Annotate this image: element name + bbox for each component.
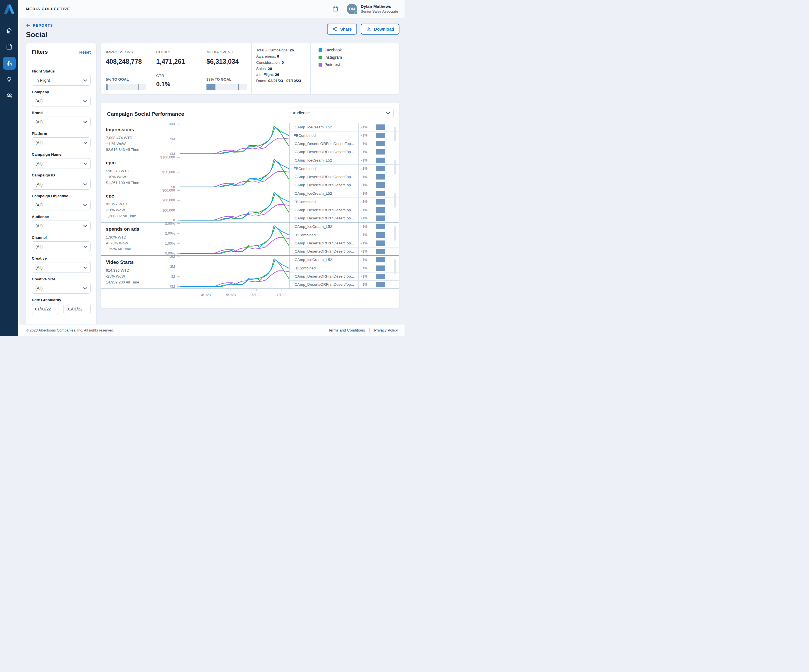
campaign-row[interactable]: FBCombined-1% [290, 198, 399, 206]
campaign-row[interactable]: ICAmp_DesertsORFrznDesertTop...-1% [290, 281, 399, 289]
campaign-row[interactable]: ICAmp_IceCream_L52-1% [290, 123, 399, 131]
app-logo [0, 0, 18, 18]
filter-select-channel[interactable]: (All) [32, 241, 91, 252]
download-button[interactable]: Download [361, 24, 399, 35]
campaign-row[interactable]: FBCombined-1% [290, 131, 399, 139]
campaign-row[interactable]: ICAmp_DesertsORFrznDesertTop...-1% [290, 206, 399, 214]
campaign-row[interactable]: ICAmp_DesertsORFrznDesertTop...-1% [290, 239, 399, 247]
list-scrollbar-thumb[interactable] [394, 259, 396, 274]
campaign-bar [376, 141, 385, 146]
campaign-row[interactable]: ICAmp_DesertsORFrznDesertTop...-1% [290, 148, 399, 156]
avatar[interactable]: DM [347, 3, 358, 14]
campaign-bar-cell [376, 174, 387, 180]
online-status-dot [354, 12, 358, 15]
metric-title: cpc [106, 193, 161, 199]
filter-field-brand: Brand(All) [32, 111, 91, 127]
sidebar-item-home[interactable] [3, 24, 16, 37]
list-scrollbar-thumb[interactable] [394, 127, 396, 141]
terms-link[interactable]: Terms and Conditions [328, 328, 365, 333]
campaign-bar-cell [376, 282, 387, 287]
sidebar-item-insights[interactable] [3, 73, 16, 86]
ctr-label: CTR [156, 74, 196, 78]
filter-select-campaign-objective[interactable]: (All) [32, 200, 91, 210]
filters-reset-link[interactable]: Reset [79, 50, 91, 54]
tick-mark [231, 289, 231, 291]
filter-field-creative-size: Creative Size(All) [32, 277, 91, 294]
campaign-bar [376, 174, 385, 180]
y-tick-text: 1.00% [165, 242, 175, 245]
campaign-row[interactable]: ICAmp_DesertsORFrznDesertTop...-1% [290, 173, 399, 181]
campaign-bar [376, 240, 385, 246]
campaign-row[interactable]: ICAmp_DesertsORFrznDesertTop...-1% [290, 139, 399, 148]
chevron-down-icon [84, 120, 87, 124]
tick-mark [257, 289, 257, 291]
campaign-name: ICAmp_DesertsORFrznDesertTop... [290, 208, 358, 212]
date-to-input[interactable] [63, 304, 91, 314]
list-scrollbar-thumb[interactable] [394, 226, 396, 241]
goal-progress-bar [106, 84, 146, 90]
tick-mark [177, 124, 180, 124]
campaign-name: ICAmp_DesertsORFrznDesertTop... [290, 141, 358, 146]
calendar-icon [332, 6, 339, 12]
campaign-row[interactable]: ICAmp_DesertsORFrznDesertTop...-1% [290, 272, 399, 281]
share-button[interactable]: Share [327, 24, 358, 35]
campaign-row[interactable]: ICAmp_DesertsORFrznDesertTop...-1% [290, 214, 399, 222]
filter-select-company[interactable]: (All) [32, 96, 91, 106]
campaign-bar [376, 224, 385, 229]
filter-select-campaign-id[interactable]: (All) [32, 179, 91, 190]
campaign-row[interactable]: ICAmp_IceCream_L52-1% [290, 189, 399, 198]
filter-select-creative-size[interactable]: (All) [32, 283, 91, 294]
sidebar-item-calendar[interactable] [3, 40, 16, 54]
campaign-name: ICAmp_IceCream_L52 [290, 125, 358, 129]
campaign-bar [376, 232, 385, 238]
sidebar-item-reports[interactable] [3, 57, 16, 70]
sidebar-item-audience[interactable] [3, 89, 16, 102]
campaign-change-value: -1% [358, 281, 376, 289]
filter-select-platform[interactable]: (All) [32, 138, 91, 148]
campaign-bar [376, 249, 385, 254]
y-tick-text: 3M [170, 255, 175, 259]
filter-select-flight-status[interactable]: In Flight [32, 75, 91, 86]
campaign-row[interactable]: ICAmp_IceCream_L52-1% [290, 222, 399, 231]
performance-card: Campaign Social Performance Audience Imp… [101, 102, 399, 308]
plot-area-impressions [180, 123, 289, 156]
date-from-input[interactable] [32, 304, 59, 314]
list-scrollbar-thumb[interactable] [394, 160, 396, 175]
audience-select[interactable]: Audience [289, 108, 394, 118]
filter-select-brand[interactable]: (All) [32, 117, 91, 127]
kpi-media-spend: MEDIA SPEND $6,313,034 38% TO GOAL [201, 43, 252, 94]
campaign-bar-cell [376, 166, 387, 171]
privacy-link[interactable]: Privacy Policy [374, 328, 398, 333]
stat-line: # In Flight: 26 [256, 72, 307, 78]
list-scrollbar-thumb[interactable] [394, 193, 396, 208]
stat-line: Dates: 03/01/23 - 07/10/23 [256, 78, 307, 84]
campaign-bar [376, 257, 385, 262]
filter-field-date-granularity: Date Granularity [32, 298, 91, 314]
campaign-list-cpc: ICAmp_IceCream_L52-1%FBCombined-1%ICAmp_… [289, 189, 399, 222]
topbar-calendar-button[interactable] [332, 6, 339, 12]
campaign-change-value: -1% [358, 173, 376, 181]
campaign-row[interactable]: FBCombined-1% [290, 231, 399, 239]
stat-value: 26 [290, 48, 294, 52]
campaign-row[interactable]: ICAmp_DesertsORFrznDesertTop...-1% [290, 181, 399, 189]
campaign-change-value: -1% [358, 148, 376, 156]
campaign-name: ICAmp_IceCream_L52 [290, 258, 358, 262]
stat-value: 03/01/23 - 07/10/23 [268, 79, 301, 83]
y-tick-text: 0M [170, 285, 175, 289]
legend-item-pinterest: Pinterest [319, 62, 396, 67]
campaign-row[interactable]: ICAmp_DesertsORFrznDesertTop...-1% [290, 247, 399, 255]
filter-label: Company [32, 90, 91, 94]
campaign-row[interactable]: FBCombined-1% [290, 165, 399, 173]
campaign-change-value: -1% [358, 214, 376, 222]
campaign-row[interactable]: ICAmp_IceCream_L52-1% [290, 255, 399, 264]
campaign-row[interactable]: ICAmp_IceCream_L52-1% [290, 156, 399, 165]
plot-area-cpc [180, 189, 289, 222]
campaign-row[interactable]: FBCombined-1% [290, 264, 399, 272]
footer: © 2023 Albertsons Companies, Inc. All ri… [18, 324, 404, 336]
campaign-name: ICAmp_DesertsORFrznDesertTop... [290, 274, 358, 279]
video_starts-chart [180, 255, 289, 289]
filter-select-audience[interactable]: (All) [32, 220, 91, 231]
breadcrumb[interactable]: REPORTS [26, 23, 53, 28]
filter-select-campaign-name[interactable]: (All) [32, 158, 91, 169]
filter-select-creative[interactable]: (All) [32, 262, 91, 273]
